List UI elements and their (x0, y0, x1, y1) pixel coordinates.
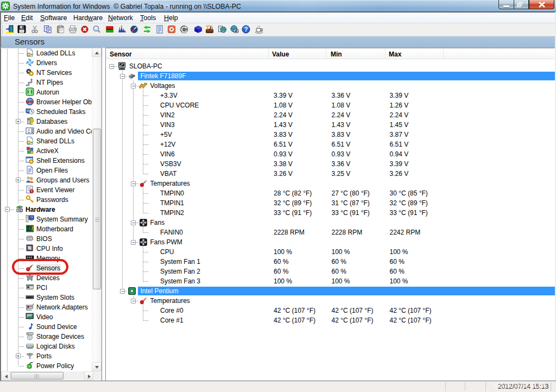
svg-text:BHO: BHO (26, 100, 34, 104)
svg-text:?: ? (244, 26, 248, 33)
